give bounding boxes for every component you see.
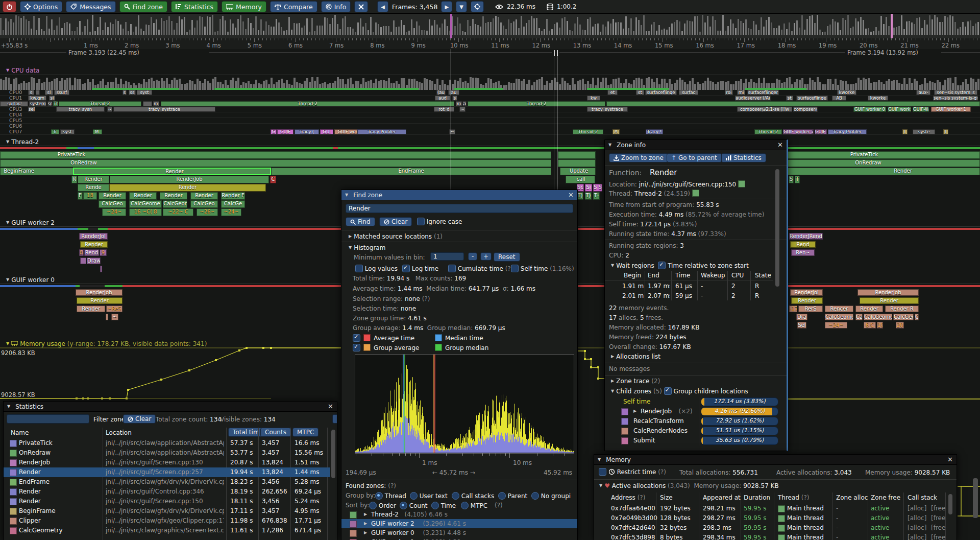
timeline-zone[interactable]: Render F	[221, 192, 245, 200]
location-value[interactable]: jni/../jni/src/guif/Screen.cpp:150	[639, 181, 737, 188]
statistics-row[interactable]: Renderjni/../jni/src/guif/Control.cpp:34…	[4, 487, 330, 497]
timeline-zone[interactable]: 20	[896, 322, 904, 328]
cpu-zone[interactable]: rot_d	[434, 107, 454, 112]
cpu-zone[interactable]: surfaceflinge	[796, 96, 828, 101]
timeline-zone[interactable]: EndFrame	[271, 168, 551, 175]
close-icon[interactable]: ✕	[777, 141, 783, 149]
cpu-zone[interactable]: sen--sis system-is-gms	[933, 96, 978, 101]
cpu-zone[interactable]: Tr	[51, 129, 59, 134]
help-icon[interactable]: (?)	[422, 295, 430, 302]
bin-plus-button[interactable]: +	[480, 252, 492, 261]
cpu-zone[interactable]: m	[456, 101, 462, 106]
cpu-zone[interactable]	[143, 101, 152, 106]
histogram-header[interactable]: Histogram	[354, 244, 385, 251]
sort-mtpc-button[interactable]: MTPC	[292, 428, 318, 437]
cpu-zone[interactable]: tracy_sysn	[56, 107, 105, 112]
close-icon[interactable]: ✕	[328, 403, 333, 410]
cpu-zone[interactable]: kworke	[868, 96, 888, 101]
timeline-zone[interactable]: RenderJob	[110, 176, 269, 183]
log-values-checkbox[interactable]	[355, 265, 363, 272]
source-swatch[interactable]	[738, 180, 745, 187]
timeline-zone[interactable]: -17'	[789, 306, 797, 312]
cpu-zone[interactable]: GUIF worker 1	[931, 107, 971, 112]
cpu-zone[interactable]: et	[607, 90, 618, 95]
child-zone-bar[interactable]: 72.92 us (1.62%)	[701, 417, 778, 426]
cpu-zone[interactable]: surfac	[679, 90, 698, 95]
timeline-zone[interactable]: RenderJob	[76, 289, 122, 296]
timeline-zone[interactable]: Render	[109, 184, 266, 192]
statistics-scrollbar[interactable]	[331, 430, 335, 478]
memory-titlebar[interactable]: ▼Memory✕	[594, 455, 957, 465]
child-zones-header[interactable]: Child zones	[616, 388, 651, 395]
cpu-zone[interactable]: st	[636, 90, 644, 95]
cpu-zone[interactable]: si	[49, 96, 55, 101]
cpu-zone[interactable]: s	[28, 90, 34, 95]
callstack-alloc-link[interactable]: [alloc]	[908, 534, 926, 540]
main-scrollbar[interactable]	[973, 478, 978, 518]
timeline-zone[interactable]: S	[789, 176, 794, 183]
statistics-row[interactable]: OnRedrawjni/../jni/src/claw/application/…	[4, 448, 330, 458]
find-zone-query-input[interactable]	[346, 204, 573, 213]
timeline-zone[interactable]: ~24~	[102, 208, 126, 216]
timeline-zone[interactable]: Render	[80, 241, 108, 248]
timeline-zone[interactable]: CalcGeome	[825, 314, 853, 320]
clear-filter-button[interactable]: Clear	[123, 414, 156, 424]
column-thread[interactable]: Thread	[778, 494, 799, 501]
restrict-time-checkbox[interactable]	[599, 468, 606, 476]
statistics-row[interactable]: BeginFramejni/../jni/src/claw/gfx/drv/vk…	[4, 506, 330, 516]
cpu-zone[interactable]: syste	[913, 129, 935, 134]
timeline-zone[interactable]: Render	[190, 192, 218, 200]
timeline-zone[interactable]: RenderJol	[790, 289, 823, 296]
child-zone-bar[interactable]: 35.63 us (0.79%)	[701, 436, 778, 445]
timeline-zone[interactable]: 9	[100, 249, 107, 256]
memory-row[interactable]: 0x7dfaa64e00192 bytes298.21 ms59.95 sMai…	[594, 504, 945, 513]
cpu-zone[interactable]: aud	[435, 96, 450, 101]
cpu-zone[interactable]: Thread-2	[754, 129, 782, 134]
statistics-row[interactable]: Clipperjni/../jni/src/claw/gfx/geo/Clipp…	[4, 516, 330, 526]
cpu-zone[interactable]: s	[122, 90, 127, 95]
cpu-zone[interactable]: m a	[153, 101, 159, 106]
child-zone-bar[interactable]: 51.51 us (1.15%)	[701, 427, 778, 435]
callstack-alloc-link[interactable]: [alloc]	[908, 524, 926, 531]
timeline-zone[interactable]	[558, 159, 596, 167]
help-icon[interactable]: (?)	[638, 494, 646, 501]
cpu-zone[interactable]: Thread-2	[468, 101, 605, 106]
column-address[interactable]: Address	[611, 494, 635, 501]
cpu-zone[interactable]: mi	[737, 90, 745, 95]
thread-swatch[interactable]	[692, 190, 699, 197]
statistics-row[interactable]: Renderjni/../jni/src/guif/Screen.cpp:257…	[4, 467, 330, 477]
cpu-zone[interactable]: s	[452, 96, 457, 101]
timeline-zone[interactable]: CalcGeomet	[864, 314, 892, 320]
found-zone-row[interactable]: ▶GUIF worker 0(3,231) 4.48 s	[341, 528, 577, 537]
group-by-option[interactable]: Parent	[498, 492, 527, 500]
timeline-zone[interactable]: Render	[855, 306, 883, 312]
cpu-zone[interactable]: audioserver (/Aud	[735, 96, 771, 101]
timeline-zone[interactable]: Render	[129, 192, 157, 200]
timeline-zone[interactable]: PrivateTick	[0, 151, 551, 159]
statistics-row[interactable]: EndFramejni/../jni/src/claw/gfx/drv/vk/D…	[4, 477, 330, 487]
memory-row[interactable]: 0x7dfc42d64032 bytes298.3 ms59.95 sMain …	[594, 523, 945, 533]
function-value[interactable]: Render	[650, 168, 677, 177]
cpu-zone[interactable]: tracy_systrace	[113, 107, 215, 112]
callstack-free-link[interactable]: [free	[931, 534, 945, 540]
cpu-zone[interactable]: Tracy (	[295, 129, 319, 134]
timeline-zone[interactable]: ~26~	[197, 208, 218, 216]
group-by-option[interactable]: Thread	[375, 492, 406, 500]
cpu-zone[interactable]: Thread-2	[573, 129, 603, 134]
cpu-zone[interactable]: Tracy Profiler	[828, 129, 867, 134]
cpu-zone[interactable]	[606, 101, 980, 106]
found-zone-row[interactable]: ▶GUIF worker 1(3,192) 4.39 s	[341, 537, 577, 540]
sort-counts-button[interactable]: Counts	[260, 428, 291, 437]
callstack-free-link[interactable]: [free	[931, 505, 945, 512]
log-time-checkbox[interactable]	[402, 265, 410, 272]
statistics-row[interactable]: Renderjni/../jni/src/guif/Screen.cpp:150…	[4, 497, 330, 506]
cpu-zone[interactable]: aux-	[916, 90, 930, 95]
cpu-zone[interactable]: se	[47, 101, 53, 106]
found-zone-row[interactable]: ▶GUIF worker 2(3,296) 4.61 s	[341, 519, 577, 528]
timeline-zone[interactable]: OnRedraw	[0, 159, 551, 167]
sort-by-option[interactable]: MTPC	[461, 502, 487, 509]
cpu-zone[interactable]: syst	[60, 129, 75, 134]
cpu-zone[interactable]: GUIF work	[888, 107, 911, 112]
child-zone-bar[interactable]: 172.14 us (3.83%)	[701, 397, 778, 406]
column-zone-free[interactable]: Zone free	[871, 494, 900, 501]
